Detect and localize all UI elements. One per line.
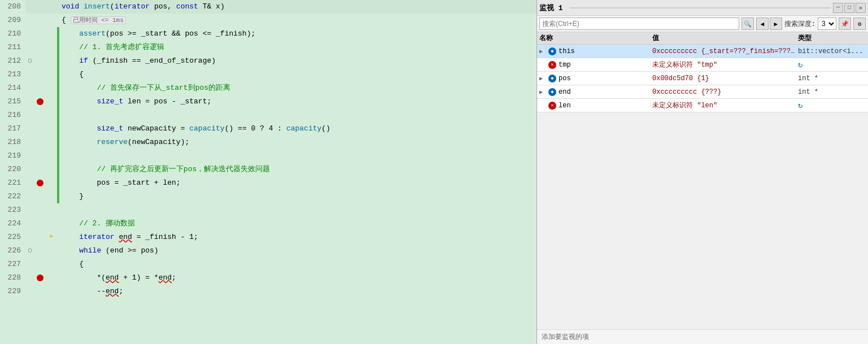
collapse-button xyxy=(25,122,34,136)
search-input[interactable] xyxy=(539,18,739,30)
watch-var-name: len xyxy=(559,102,571,110)
watch-row-len[interactable]: ✕len未定义标识符 "len"↻ xyxy=(537,99,868,112)
collapse-button xyxy=(25,176,34,190)
depth-label: 搜索深度: xyxy=(784,19,815,29)
col-value-header: 值 xyxy=(652,33,798,43)
line-content: while (end >= pos) xyxy=(59,244,536,258)
execution-arrow xyxy=(46,217,57,230)
maximize-button[interactable]: □ xyxy=(844,3,854,13)
watch-var-icon: ◆ xyxy=(548,47,556,55)
execution-arrow xyxy=(46,285,57,298)
code-line: 212▢ if (_finish == _end_of_storage) xyxy=(0,54,536,68)
collapse-button xyxy=(25,271,34,285)
watch-value-cell: 0xccccccccc {???} xyxy=(652,88,798,96)
breakpoint-dot xyxy=(37,180,43,186)
code-line: 208void insert(iterator pos, const T& x) xyxy=(0,0,536,14)
watch-type-cell: bit::vector<i... xyxy=(798,47,866,55)
execution-arrow xyxy=(46,41,57,54)
execution-arrow xyxy=(46,136,57,149)
watch-table: ▶◆this0xccccccccc {_start=???_finish=???… xyxy=(537,45,868,329)
search-nav: ◀ ▶ xyxy=(756,18,782,30)
watch-name-cell: ▶◆end xyxy=(539,88,652,96)
execution-arrow xyxy=(46,176,57,190)
breakpoint-area[interactable] xyxy=(34,68,46,81)
line-content xyxy=(59,108,536,122)
breakpoint-area[interactable] xyxy=(34,203,46,217)
watch-controls: ─ □ ✕ xyxy=(833,3,866,13)
next-result-button[interactable]: ▶ xyxy=(770,18,782,30)
expand-arrow-icon[interactable]: ▶ xyxy=(539,75,546,82)
expand-arrow-icon[interactable]: ▶ xyxy=(539,89,546,95)
line-number: 229 xyxy=(0,285,25,298)
breakpoint-area[interactable] xyxy=(34,41,46,54)
depth-select[interactable]: 3 1 2 4 5 xyxy=(818,18,836,30)
breakpoint-area[interactable] xyxy=(34,0,46,14)
breakpoint-area[interactable] xyxy=(34,176,46,190)
line-content: size_t len = pos - _start; xyxy=(59,95,536,108)
line-content: size_t newCapacity = capacity() == 0 ? 4… xyxy=(59,122,536,136)
breakpoint-area[interactable] xyxy=(34,122,46,136)
execution-arrow xyxy=(46,68,57,81)
line-content: { xyxy=(59,68,536,81)
breakpoint-area[interactable] xyxy=(34,14,46,27)
line-number: 222 xyxy=(0,190,25,203)
expand-arrow-icon[interactable]: ▶ xyxy=(539,48,546,55)
breakpoint-area[interactable] xyxy=(34,258,46,271)
breakpoint-area[interactable] xyxy=(34,95,46,108)
collapse-button xyxy=(25,203,34,217)
watch-row-end[interactable]: ▶◆end0xccccccccc {???}int * xyxy=(537,85,868,99)
code-line: 220 // 再扩完容之后更新一下pos，解决迭代器失效问题 xyxy=(0,163,536,176)
close-button[interactable]: ✕ xyxy=(856,3,866,13)
add-watch-item[interactable]: 添加要监视的项 xyxy=(537,329,868,344)
watch-row-pos[interactable]: ▶◆pos0x00dc5d70 {1}int * xyxy=(537,72,868,85)
line-number: 227 xyxy=(0,258,25,271)
breakpoint-area[interactable] xyxy=(34,217,46,230)
breakpoint-area[interactable] xyxy=(34,27,46,41)
line-content: *(end + 1) = *end; xyxy=(59,271,536,285)
breakpoint-area[interactable] xyxy=(34,136,46,149)
execution-arrow xyxy=(46,244,57,258)
settings-button[interactable]: ⚙ xyxy=(853,18,866,30)
breakpoint-area[interactable] xyxy=(34,271,46,285)
execution-arrow xyxy=(46,81,57,95)
pin-button[interactable]: 📌 xyxy=(839,18,851,30)
refresh-icon[interactable]: ↻ xyxy=(798,60,802,69)
line-content: // 1. 首先考虑扩容逻辑 xyxy=(59,41,536,54)
refresh-icon[interactable]: ↻ xyxy=(798,101,802,110)
line-content: } xyxy=(59,190,536,203)
search-icon: 🔍 xyxy=(744,20,752,28)
breakpoint-area[interactable] xyxy=(34,163,46,176)
collapse-button xyxy=(25,285,34,298)
watch-type-cell: int * xyxy=(798,75,866,82)
execution-arrow xyxy=(46,95,57,108)
execution-arrow xyxy=(46,203,57,217)
execution-arrow xyxy=(46,163,57,176)
breakpoint-area[interactable] xyxy=(34,54,46,68)
watch-row-this[interactable]: ▶◆this0xccccccccc {_start=???_finish=???… xyxy=(537,45,868,58)
breakpoint-area[interactable] xyxy=(34,244,46,258)
breakpoint-area[interactable] xyxy=(34,81,46,95)
breakpoint-area[interactable] xyxy=(34,108,46,122)
collapse-button[interactable]: ▢ xyxy=(25,54,34,68)
line-content: { 已用时间 <= 1ms xyxy=(59,14,536,27)
breakpoint-area[interactable] xyxy=(34,285,46,298)
code-line: 217 size_t newCapacity = capacity() == 0… xyxy=(0,122,536,136)
breakpoint-area[interactable] xyxy=(34,149,46,163)
prev-result-button[interactable]: ◀ xyxy=(756,18,769,30)
execution-arrow xyxy=(46,0,57,14)
line-number: 223 xyxy=(0,203,25,217)
code-line: 219 xyxy=(0,149,536,163)
line-number: 221 xyxy=(0,176,25,190)
collapse-button[interactable]: ▢ xyxy=(25,244,34,258)
breakpoint-area[interactable] xyxy=(34,190,46,203)
breakpoint-dot xyxy=(37,275,43,281)
watch-title: 监视 1 xyxy=(539,3,568,13)
minimize-button[interactable]: ─ xyxy=(833,3,843,13)
search-button[interactable]: 🔍 xyxy=(741,18,754,30)
collapse-button xyxy=(25,68,34,81)
watch-row-tmp[interactable]: ✕tmp未定义标识符 "tmp"↻ xyxy=(537,58,868,72)
watch-var-name: tmp xyxy=(559,61,571,69)
line-content: void insert(iterator pos, const T& x) xyxy=(59,0,536,14)
code-line: 222 } xyxy=(0,190,536,203)
breakpoint-area[interactable] xyxy=(34,230,46,244)
